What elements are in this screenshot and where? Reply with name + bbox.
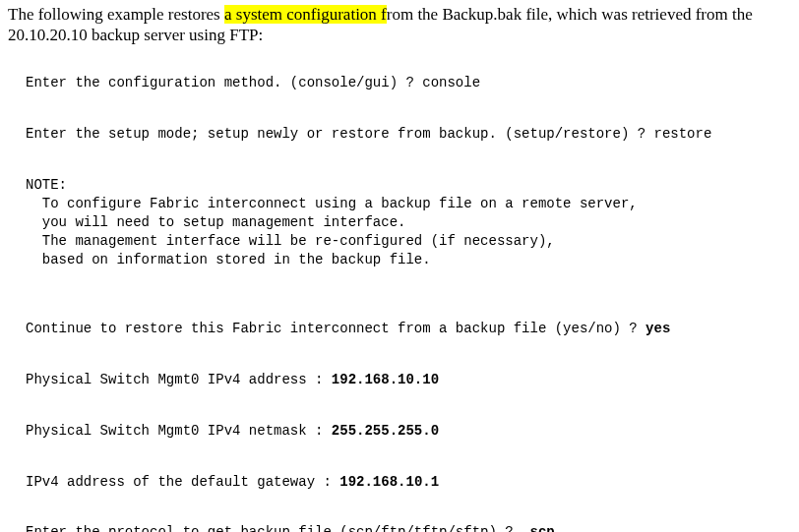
note-head: NOTE: [26,177,67,193]
line-setup-mode: Enter the setup mode; setup newly or res… [26,125,791,144]
note-line-3: The management interface will be re-conf… [26,233,555,249]
note-line-1: To configure Fabric interconnect using a… [26,196,638,211]
intro-highlight: a system configuration f [224,5,387,24]
gateway-prompt: IPv4 address of the default gateway : [26,474,339,490]
continue-answer: yes [645,321,670,336]
protocol-prompt: Enter the protocol to get backup file (s… [26,524,529,532]
continue-prompt: Continue to restore this Fabric intercon… [26,321,645,336]
note-line-2: you will need to setup management interf… [26,214,405,230]
gateway-value: 192.168.10.1 [339,474,439,490]
backup-block: Enter the protocol to get backup file (s… [26,523,791,532]
note-line-4: based on information stored in the backu… [26,252,431,267]
line-config-method: Enter the configuration method. (console… [26,74,791,92]
intro-pre: The following example restores [8,5,224,24]
console-output: Enter the configuration method. (console… [26,56,791,533]
intro-paragraph: The following example restores a system … [8,4,791,46]
ipv4-netmask-prompt: Physical Switch Mgmt0 IPv4 netmask : [26,423,332,439]
protocol-value: scp [529,524,554,532]
note-block: NOTE: To configure Fabric interconnect u… [26,176,791,268]
ipv4-netmask-value: 255.255.255.0 [332,423,439,439]
ipv4-addr-prompt: Physical Switch Mgmt0 IPv4 address : [26,372,332,387]
ipv4-addr-value: 192.168.10.10 [332,372,439,387]
